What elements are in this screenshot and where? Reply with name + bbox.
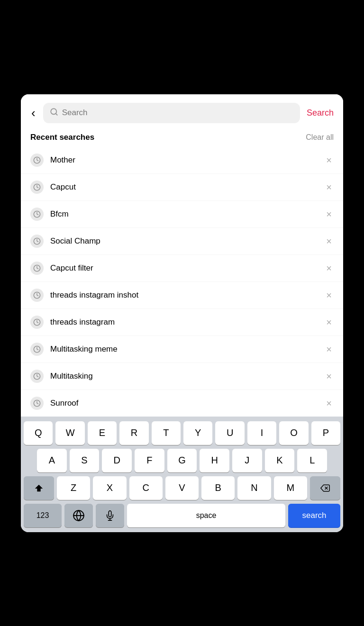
remove-button[interactable]: × [324, 209, 334, 219]
key-j[interactable]: J [232, 449, 262, 472]
keyboard-search-button[interactable]: search [288, 504, 340, 527]
remove-button[interactable]: × [324, 263, 334, 273]
remove-button[interactable]: × [324, 345, 334, 354]
key-s[interactable]: S [70, 449, 100, 472]
mic-key[interactable] [96, 504, 124, 527]
item-text: Capcut filter [50, 263, 324, 273]
key-e[interactable]: E [88, 421, 117, 445]
key-n[interactable]: N [237, 476, 271, 500]
key-a[interactable]: A [37, 449, 67, 472]
key-q[interactable]: Q [24, 421, 53, 445]
clock-icon [30, 262, 44, 275]
item-text: Sunroof [50, 399, 324, 408]
key-y[interactable]: Y [183, 421, 212, 445]
clock-icon [30, 316, 44, 329]
key-f[interactable]: F [135, 449, 164, 472]
search-input[interactable] [62, 108, 293, 118]
key-o[interactable]: O [279, 421, 308, 445]
svg-line-1 [55, 113, 57, 115]
search-icon [50, 108, 58, 118]
backspace-key[interactable] [310, 476, 340, 500]
list-item[interactable]: threads instagram inshot × [21, 282, 343, 309]
item-text: Multitasking meme [50, 345, 324, 354]
remove-button[interactable]: × [324, 372, 334, 381]
key-p[interactable]: P [311, 421, 340, 445]
recent-searches-header: Recent searches Clear all [21, 129, 343, 147]
list-item[interactable]: Capcut × [21, 174, 343, 201]
clock-icon [30, 397, 44, 410]
clock-icon [30, 235, 44, 248]
key-r[interactable]: R [119, 421, 148, 445]
remove-button[interactable]: × [324, 155, 334, 165]
key-v[interactable]: V [165, 476, 199, 500]
shift-key[interactable] [24, 476, 54, 500]
key-m[interactable]: M [274, 476, 307, 500]
item-text: Bfcm [50, 209, 324, 219]
back-button[interactable]: ‹ [28, 107, 38, 119]
clock-icon [30, 181, 44, 194]
item-text: threads instagram [50, 318, 324, 327]
key-k[interactable]: K [265, 449, 295, 472]
clock-icon [30, 370, 44, 383]
list-item[interactable]: Multitasking meme × [21, 336, 343, 363]
remove-button[interactable]: × [324, 236, 334, 246]
list-item[interactable]: Sunroof × [21, 390, 343, 417]
list-item[interactable]: Multitasking × [21, 363, 343, 390]
remove-button[interactable]: × [324, 182, 334, 192]
search-button[interactable]: Search [305, 108, 336, 118]
remove-button[interactable]: × [324, 290, 334, 300]
item-text: threads instagram inshot [50, 290, 324, 300]
remove-button[interactable]: × [324, 318, 334, 327]
header: ‹ Search [21, 94, 343, 129]
key-i[interactable]: I [247, 421, 276, 445]
list-item[interactable]: Mother × [21, 147, 343, 174]
key-h[interactable]: H [200, 449, 229, 472]
phone-container: ‹ Search Recent searches Clear all Mothe… [21, 94, 343, 532]
key-b[interactable]: B [201, 476, 235, 500]
clear-all-button[interactable]: Clear all [306, 133, 334, 142]
key-u[interactable]: U [215, 421, 244, 445]
item-text: Multitasking [50, 372, 324, 381]
key-g[interactable]: G [167, 449, 197, 472]
list-item[interactable]: Capcut filter × [21, 255, 343, 282]
search-list: Mother × Capcut × Bfcm × Social Champ [21, 147, 343, 417]
key-c[interactable]: C [129, 476, 163, 500]
numeric-key[interactable]: 123 [24, 504, 62, 527]
search-bar [43, 103, 300, 123]
key-x[interactable]: X [93, 476, 126, 500]
recent-searches-title: Recent searches [30, 133, 94, 142]
key-z[interactable]: Z [57, 476, 90, 500]
item-text: Social Champ [50, 236, 324, 246]
key-t[interactable]: T [152, 421, 181, 445]
list-item[interactable]: threads instagram × [21, 309, 343, 336]
clock-icon [30, 208, 44, 221]
item-text: Mother [50, 155, 324, 165]
list-item[interactable]: Bfcm × [21, 201, 343, 228]
key-d[interactable]: D [102, 449, 132, 472]
globe-key[interactable] [64, 504, 93, 527]
keyboard: QWERTYUIOPASDFGHJKLZXCVBNM123spacesearch [21, 417, 343, 532]
space-key[interactable]: space [127, 504, 285, 527]
key-w[interactable]: W [55, 421, 84, 445]
key-l[interactable]: L [297, 449, 327, 472]
remove-button[interactable]: × [324, 399, 334, 408]
list-item[interactable]: Social Champ × [21, 228, 343, 255]
clock-icon [30, 343, 44, 356]
clock-icon [30, 289, 44, 302]
item-text: Capcut [50, 182, 324, 192]
clock-icon [30, 154, 44, 167]
